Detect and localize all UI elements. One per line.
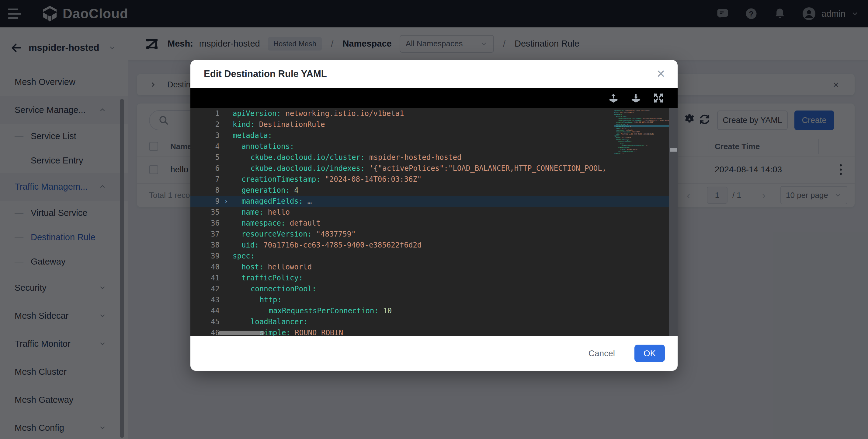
editor-line-1[interactable]: 1apiVersion: networking.istio.io/v1beta1 bbox=[190, 108, 669, 119]
line-number: 46 bbox=[190, 327, 220, 336]
editor-line-6[interactable]: 6ckube.daocloud.io/indexes: '{"activePol… bbox=[190, 163, 669, 174]
code-text: spec: bbox=[232, 251, 669, 262]
line-number: 37 bbox=[190, 229, 220, 240]
editor-line-37[interactable]: 37resourceVersion: "4837759" bbox=[190, 229, 669, 240]
code-text: resourceVersion: "4837759" bbox=[232, 229, 669, 240]
editor-line-42[interactable]: 42connectionPool: bbox=[190, 284, 669, 294]
line-number: 38 bbox=[190, 240, 220, 251]
editor-line-45[interactable]: 45loadBalancer: bbox=[190, 316, 669, 327]
editor-line-5[interactable]: 5ckube.daocloud.io/cluster: mspider-host… bbox=[190, 152, 669, 163]
code-text: trafficPolicy: bbox=[232, 272, 669, 284]
download-yaml-icon[interactable] bbox=[630, 92, 642, 104]
code-text: http: bbox=[232, 294, 669, 305]
line-number: 9 bbox=[190, 196, 220, 207]
modal-title: Edit Destination Rule YAML bbox=[204, 68, 327, 80]
editor-minimap[interactable]: apiVersion: networking.istio.io/v1beta1k… bbox=[614, 110, 669, 154]
code-text: ckube.daocloud.io/cluster: mspider-hoste… bbox=[232, 152, 669, 163]
editor-line-40[interactable]: 40host: helloworld bbox=[190, 262, 669, 272]
gutter-space bbox=[220, 130, 232, 141]
gutter-space bbox=[220, 240, 232, 251]
edit-yaml-modal: Edit Destination Rule YAML ✕ bbox=[190, 60, 678, 371]
code-text: connectionPool: bbox=[232, 284, 669, 294]
cancel-button[interactable]: Cancel bbox=[589, 349, 615, 358]
gutter-space bbox=[220, 251, 232, 262]
line-number: 41 bbox=[190, 272, 220, 284]
editor-line-43[interactable]: 43http: bbox=[190, 294, 669, 305]
line-number: 1 bbox=[190, 108, 220, 119]
editor-line-39[interactable]: 39spec: bbox=[190, 251, 669, 262]
fullscreen-icon[interactable] bbox=[653, 92, 664, 104]
line-number: 4 bbox=[190, 141, 220, 152]
code-text: host: helloworld bbox=[232, 262, 669, 272]
code-lines: 1apiVersion: networking.istio.io/v1beta1… bbox=[190, 108, 678, 336]
gutter-space bbox=[220, 108, 232, 119]
line-number: 35 bbox=[190, 207, 220, 218]
editor-toolbar bbox=[190, 88, 678, 108]
editor-line-35[interactable]: 35name: hello bbox=[190, 207, 669, 218]
code-text: uid: 70a1716b-ce63-4785-9400-e385622f6d2… bbox=[232, 240, 669, 251]
line-number: 45 bbox=[190, 316, 220, 327]
gutter-space bbox=[220, 163, 232, 174]
editor-line-8[interactable]: 8generation: 4 bbox=[190, 185, 669, 196]
modal-close-icon[interactable]: ✕ bbox=[656, 68, 665, 80]
line-number: 44 bbox=[190, 305, 220, 316]
code-text: loadBalancer: bbox=[232, 316, 669, 327]
gutter-space bbox=[220, 272, 232, 284]
editor-scrollbar-thumb[interactable] bbox=[670, 148, 677, 152]
code-text: annotations: bbox=[232, 141, 669, 152]
minimap-line: status: {} bbox=[614, 152, 669, 154]
editor-line-2[interactable]: 2kind: DestinationRule bbox=[190, 119, 669, 130]
code-text: metadata: bbox=[232, 130, 669, 141]
line-number: 36 bbox=[190, 218, 220, 229]
gutter-space bbox=[220, 305, 232, 316]
line-number: 42 bbox=[190, 284, 220, 294]
code-text: ckube.daocloud.io/indexes: '{"activePoli… bbox=[232, 163, 669, 174]
modal-header: Edit Destination Rule YAML ✕ bbox=[190, 60, 678, 88]
line-number: 5 bbox=[190, 152, 220, 163]
line-number: 7 bbox=[190, 174, 220, 185]
gutter-space bbox=[220, 119, 232, 130]
editor-line-4[interactable]: 4annotations: bbox=[190, 141, 669, 152]
editor-line-36[interactable]: 36namespace: default bbox=[190, 218, 669, 229]
editor-scrollbar[interactable] bbox=[669, 108, 678, 336]
editor-line-3[interactable]: 3metadata: bbox=[190, 130, 669, 141]
gutter-space bbox=[220, 218, 232, 229]
editor-line-7[interactable]: 7creationTimestamp: "2024-08-14T06:03:36… bbox=[190, 174, 669, 185]
code-text: creationTimestamp: "2024-08-14T06:03:36Z… bbox=[232, 174, 669, 185]
code-text: generation: 4 bbox=[232, 185, 669, 196]
line-number: 6 bbox=[190, 163, 220, 174]
line-number: 43 bbox=[190, 294, 220, 305]
editor-line-38[interactable]: 38uid: 70a1716b-ce63-4785-9400-e385622f6… bbox=[190, 240, 669, 251]
editor-line-44[interactable]: 44maxRequestsPerConnection: 10 bbox=[190, 305, 669, 316]
editor-line-9[interactable]: 9›managedFields: … bbox=[190, 196, 669, 207]
gutter-space bbox=[220, 284, 232, 294]
line-number: 2 bbox=[190, 119, 220, 130]
editor-line-41[interactable]: 41trafficPolicy: bbox=[190, 272, 669, 284]
yaml-code-editor[interactable]: 1apiVersion: networking.istio.io/v1beta1… bbox=[190, 108, 678, 336]
gutter-space bbox=[220, 152, 232, 163]
fold-chevron-icon[interactable]: › bbox=[220, 196, 232, 207]
line-number: 3 bbox=[190, 130, 220, 141]
code-text: apiVersion: networking.istio.io/v1beta1 bbox=[232, 108, 669, 119]
line-number: 40 bbox=[190, 262, 220, 272]
gutter-space bbox=[220, 294, 232, 305]
gutter-space bbox=[220, 141, 232, 152]
upload-yaml-icon[interactable] bbox=[608, 92, 619, 104]
editor-horizontal-scrollbar[interactable] bbox=[218, 331, 265, 335]
gutter-space bbox=[220, 174, 232, 185]
code-text: managedFields: … bbox=[232, 196, 669, 207]
gutter-space bbox=[220, 316, 232, 327]
gutter-space bbox=[220, 207, 232, 218]
gutter-space bbox=[220, 262, 232, 272]
screen: DaoCloud ? bbox=[0, 0, 868, 439]
gutter-space bbox=[220, 185, 232, 196]
code-text: simple: ROUND_ROBIN bbox=[232, 327, 669, 336]
line-number: 8 bbox=[190, 185, 220, 196]
code-text: kind: DestinationRule bbox=[232, 119, 669, 130]
modal-footer: Cancel OK bbox=[190, 336, 678, 371]
code-text: maxRequestsPerConnection: 10 bbox=[232, 305, 669, 316]
gutter-space bbox=[220, 229, 232, 240]
line-number: 39 bbox=[190, 251, 220, 262]
ok-button[interactable]: OK bbox=[634, 345, 665, 362]
code-text: name: hello bbox=[232, 207, 669, 218]
